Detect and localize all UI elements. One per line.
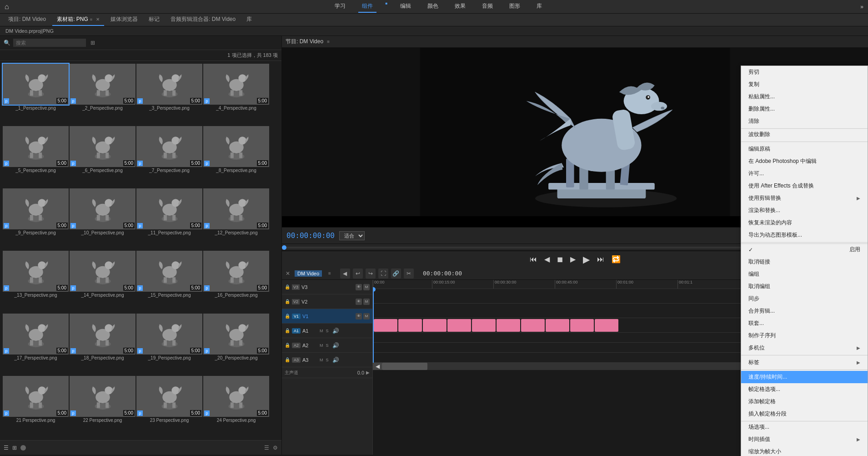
asset-thumbnail[interactable]: p 5:00: [203, 376, 269, 417]
ctx-permit[interactable]: 许可...: [741, 167, 868, 180]
asset-thumbnail[interactable]: p 5:00: [70, 64, 135, 105]
tab-audio-mixer[interactable]: 音频剪辑混合器: DM Video: [166, 14, 240, 26]
asset-thumbnail[interactable]: p 5:00: [136, 251, 202, 292]
list-item[interactable]: p 5:00 _12_Perspective.png: [203, 188, 269, 250]
track-sync-icon[interactable]: V3: [292, 284, 300, 290]
menu-effects[interactable]: 效果: [451, 0, 469, 13]
ctx-frame-hold-options[interactable]: 帧定格选项...: [741, 383, 868, 395]
ctx-restore-unrendered[interactable]: 恢复未渲染的内容: [741, 217, 868, 229]
asset-thumbnail[interactable]: p 5:00: [3, 314, 69, 355]
list-item[interactable]: p 5:00 24 Perspective.png: [203, 376, 269, 437]
track-eye-v2[interactable]: 👁: [356, 299, 362, 305]
ctx-render-replace[interactable]: 渲染和替换...: [741, 204, 868, 217]
asset-thumbnail[interactable]: p 5:00: [3, 188, 69, 229]
timeline-timecode[interactable]: 00:00:00:00: [423, 270, 462, 277]
tab-media-browser[interactable]: 媒体浏览器: [106, 14, 142, 26]
menu-graphics[interactable]: 图形: [506, 0, 524, 13]
tab-assets[interactable]: 素材箱: PNG ≡ ✕: [52, 14, 104, 26]
list-item[interactable]: p 5:00 _17_Perspective.png: [3, 314, 69, 375]
track-eye-v3[interactable]: 👁: [356, 284, 362, 290]
list-item[interactable]: p 5:00 _3_Perspective.png: [136, 64, 202, 125]
list-item[interactable]: p 5:00 _15_Perspective.png: [136, 251, 202, 312]
grid-view-icon[interactable]: ⊞: [12, 445, 17, 451]
asset-thumbnail[interactable]: p 5:00: [70, 126, 135, 167]
list-item[interactable]: p 5:00 _19_Perspective.png: [136, 314, 202, 375]
step-back-button[interactable]: ◀: [544, 255, 550, 263]
clip-block[interactable]: [447, 319, 471, 332]
ctx-cut[interactable]: 剪切: [741, 66, 868, 78]
track-active-v1[interactable]: V1: [292, 314, 301, 319]
ctx-clear[interactable]: 清除: [741, 115, 868, 127]
list-item[interactable]: p 5:00 _1_Perspective.png: [3, 64, 69, 125]
list-item[interactable]: p 5:00 22 Perspective.png: [70, 376, 135, 437]
loop-button[interactable]: 🔁: [612, 255, 621, 263]
home-icon[interactable]: ⌂: [5, 3, 9, 11]
list-item[interactable]: p 5:00 _2_Perspective.png: [70, 64, 135, 125]
track-mute-v3[interactable]: M: [363, 284, 370, 290]
master-arrow[interactable]: ▶: [366, 370, 370, 375]
menu-audio[interactable]: 音频: [478, 0, 497, 13]
tab-library[interactable]: 库: [242, 14, 256, 26]
asset-thumbnail[interactable]: p 5:00: [70, 188, 135, 229]
timeline-tool-3[interactable]: ↪: [366, 269, 376, 279]
ctx-merge-clips[interactable]: 合并剪辑...: [741, 305, 868, 317]
timeline-tool-1[interactable]: ◀: [340, 269, 350, 279]
ctx-scene-select[interactable]: 场选项...: [741, 421, 868, 433]
menu-learn[interactable]: 学习: [331, 0, 349, 13]
ctx-delete-props[interactable]: 删除属性...: [741, 103, 868, 115]
stop-button[interactable]: ◼: [557, 255, 563, 263]
track-lock-a1[interactable]: 🔒: [285, 328, 290, 333]
list-item[interactable]: p 5:00 _4_Perspective.png: [203, 64, 269, 125]
list-item[interactable]: p 5:00 _18_Perspective.png: [70, 314, 135, 375]
list-item[interactable]: p 5:00 _13_Perspective.png: [3, 251, 69, 312]
clip-block[interactable]: [570, 319, 594, 332]
ctx-sync[interactable]: 同步: [741, 293, 868, 305]
settings-icon[interactable]: ⚙: [273, 445, 278, 451]
clip-block[interactable]: [398, 319, 422, 332]
list-view-icon[interactable]: ☰: [4, 445, 9, 451]
list-item[interactable]: p 5:00 _20_Perspective.png: [203, 314, 269, 375]
asset-thumbnail[interactable]: p 5:00: [203, 64, 269, 105]
scroll-left[interactable]: ◀: [373, 363, 382, 370]
ctx-unlink[interactable]: 取消链接: [741, 256, 868, 268]
ctx-use-ae[interactable]: 使用 After Effects 合成替换: [741, 180, 868, 192]
asset-thumbnail[interactable]: p 5:00: [70, 314, 135, 355]
fit-dropdown[interactable]: 适合: [339, 231, 365, 240]
ctx-paste-props[interactable]: 粘贴属性...: [741, 91, 868, 103]
track-lock-v1[interactable]: 🔒: [285, 314, 290, 319]
ctx-ungroup[interactable]: 取消编组: [741, 280, 868, 293]
ctx-multicam[interactable]: 多机位 ▶: [741, 342, 868, 354]
ctx-make-subseq[interactable]: 制作子序列: [741, 329, 868, 342]
clip-block[interactable]: [374, 319, 397, 332]
ctx-add-frame-hold[interactable]: 添加帧定格: [741, 395, 868, 408]
list-item[interactable]: p 5:00 _14_Perspective.png: [70, 251, 135, 312]
ctx-time-interpolation[interactable]: 时间插值 ▶: [741, 433, 868, 446]
asset-thumbnail[interactable]: p 5:00: [203, 126, 269, 167]
menu-assembly[interactable]: 组件: [358, 0, 376, 13]
clip-block[interactable]: [595, 319, 618, 332]
close-timeline-icon[interactable]: ✕: [286, 270, 290, 277]
asset-thumbnail[interactable]: p 5:00: [136, 376, 202, 417]
ctx-edit-photoshop[interactable]: 在 Adobe Photoshop 中编辑: [741, 155, 868, 167]
asset-thumbnail[interactable]: p 5:00: [203, 251, 269, 292]
ctx-edit-original[interactable]: 编辑原稿: [741, 143, 868, 155]
asset-thumbnail[interactable]: p 5:00: [3, 126, 69, 167]
asset-thumbnail[interactable]: p 5:00: [136, 188, 202, 229]
track-lock-v2[interactable]: 🔒: [285, 299, 290, 304]
ctx-ripple-delete[interactable]: 波纹删除: [741, 128, 868, 141]
step-forward-button[interactable]: ▶: [570, 255, 576, 263]
menu-color[interactable]: 颜色: [424, 0, 442, 13]
timeline-tool-4[interactable]: ⛶: [378, 269, 388, 279]
asset-thumbnail[interactable]: p 5:00: [203, 188, 269, 229]
list-item[interactable]: p 5:00 _11_Perspective.png: [136, 188, 202, 250]
ctx-speed-duration[interactable]: 速度/持续时间...: [741, 371, 868, 383]
track-mute-v1[interactable]: M: [363, 313, 370, 319]
timeline-playhead[interactable]: [373, 289, 374, 363]
search-input[interactable]: [13, 39, 86, 47]
list-item[interactable]: p 5:00 21 Perspective.png: [3, 376, 69, 437]
list-item[interactable]: p 5:00 _10_Perspective.png: [70, 188, 135, 250]
clip-block[interactable]: [472, 319, 496, 332]
timeline-tool-2[interactable]: ↩: [353, 269, 363, 279]
asset-thumbnail[interactable]: p 5:00: [136, 126, 202, 167]
asset-thumbnail[interactable]: p 5:00: [70, 376, 135, 417]
